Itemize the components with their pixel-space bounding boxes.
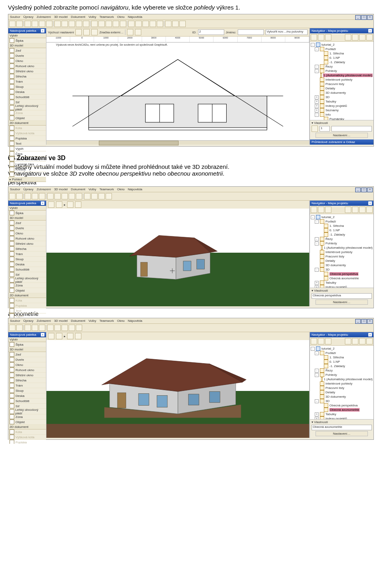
info-icon[interactable] <box>48 201 54 208</box>
toolbar-button[interactable] <box>128 21 135 27</box>
menu-item[interactable]: Nápověda <box>128 15 142 19</box>
toolbar-button[interactable] <box>54 21 61 27</box>
toolbar-button[interactable] <box>9 193 15 199</box>
menu-item[interactable]: Nápověda <box>128 188 142 191</box>
window-max[interactable]: □ <box>361 319 367 324</box>
info-icon[interactable] <box>56 201 62 208</box>
tree-item[interactable]: -1. Základy <box>311 60 373 64</box>
nav-button[interactable] <box>318 338 324 344</box>
tool-row[interactable]: Střešní okno <box>8 241 46 246</box>
nav-button[interactable] <box>311 338 317 344</box>
window-min[interactable]: _ <box>355 15 361 20</box>
tree-project-root[interactable]: -tutorial_2 <box>311 43 373 47</box>
toolbar-button[interactable] <box>39 21 45 27</box>
tree-item[interactable]: -Řezy <box>311 237 373 241</box>
tree-item[interactable]: +Indexy projektů <box>311 104 373 108</box>
create-combo[interactable]: Vytvořit nov…/nu poloviny <box>266 29 308 35</box>
menu-item[interactable]: Okno <box>117 188 125 191</box>
info-icon[interactable] <box>67 333 73 339</box>
nav-button[interactable] <box>352 338 358 344</box>
tool-row[interactable]: Střecha <box>8 74 46 79</box>
navigator-tree[interactable]: -tutorial_2-Podlaží1. Střecha0. 1.NP-1. … <box>310 214 373 288</box>
close-icon[interactable]: × <box>368 29 372 33</box>
tool-row[interactable]: Dveře <box>8 53 46 58</box>
close-icon[interactable]: × <box>41 333 44 337</box>
nav-button[interactable] <box>318 34 324 41</box>
tree-item[interactable]: Obecná axonometrie <box>311 276 373 280</box>
window-max[interactable]: □ <box>361 188 367 192</box>
tool-row[interactable]: Deska <box>8 89 46 95</box>
palette-group[interactable]: 3D model <box>8 216 46 220</box>
info-icon[interactable] <box>67 201 73 208</box>
tree-project-root[interactable]: -tutorial_2 <box>311 215 373 219</box>
tool-row[interactable]: Deska <box>8 262 46 267</box>
horizontal-scrollbar[interactable] <box>46 140 309 145</box>
tree-item[interactable]: Pracovní listy <box>311 82 373 86</box>
menu-item[interactable]: Volby <box>89 319 96 323</box>
tool-row[interactable]: Schodiště <box>8 267 46 272</box>
tool-row[interactable]: Kóta <box>8 126 46 131</box>
tool-row[interactable]: Sloup <box>8 84 46 89</box>
toolbar-button[interactable] <box>150 21 156 27</box>
nav-button[interactable] <box>311 34 317 41</box>
menu-item[interactable]: 3D model <box>54 15 67 19</box>
nav-button[interactable] <box>352 207 358 213</box>
tree-item[interactable]: -Pohledy <box>311 241 373 246</box>
toolbar-button[interactable] <box>91 193 98 199</box>
tool-row[interactable]: Schodiště <box>8 95 46 100</box>
tree-item[interactable]: -Info <box>311 112 373 117</box>
tool-row[interactable]: Lehký obvodový plášť <box>8 277 46 283</box>
toolbar-button[interactable] <box>62 21 68 27</box>
tree-item[interactable]: Detaily <box>311 390 373 395</box>
menu-item[interactable]: 3D model <box>54 319 67 323</box>
tree-item[interactable]: +Seznamy <box>311 108 373 112</box>
tree-item[interactable]: Interiérové pohledy <box>311 250 373 254</box>
close-icon[interactable]: × <box>368 201 372 205</box>
tool-row[interactable]: Čára <box>8 151 46 157</box>
tree-item[interactable]: -Podlaží <box>311 47 373 51</box>
info-icon[interactable] <box>91 29 98 35</box>
nav-button[interactable] <box>325 338 331 344</box>
tree-item[interactable]: 1 (Automaticky přestavovat model) <box>311 73 373 77</box>
tool-row[interactable]: Trám <box>8 251 46 257</box>
toolbar-button[interactable] <box>62 325 68 331</box>
tree-item[interactable]: 1. Střecha <box>311 51 373 56</box>
toolbar-button[interactable] <box>9 21 15 27</box>
toolbar-button[interactable] <box>25 193 31 199</box>
toolbar-button[interactable] <box>106 21 112 27</box>
prop-name[interactable] <box>331 126 372 132</box>
tree-item[interactable]: -Pohledy <box>311 373 373 377</box>
tool-row[interactable]: Rohové okno <box>8 236 46 241</box>
tool-row[interactable]: Okno <box>8 362 46 368</box>
info-icon[interactable] <box>127 29 133 35</box>
menu-item[interactable]: Soubor <box>10 188 20 191</box>
nav-button[interactable] <box>311 207 317 213</box>
toolbar-button[interactable] <box>54 193 61 199</box>
tree-item[interactable]: Interiérové pohledy <box>311 77 373 82</box>
palette-group[interactable]: 3D model <box>8 43 46 48</box>
tree-item[interactable]: 1 (Automaticky přestavovat model) <box>311 246 373 250</box>
menu-item[interactable]: Soubor <box>10 319 20 323</box>
tree-item[interactable]: 0. 1.NP <box>311 360 373 364</box>
menu-item[interactable]: Nápověda <box>128 319 142 323</box>
tool-row[interactable]: Šipka <box>8 342 46 347</box>
menu-item[interactable]: Volby <box>89 15 96 19</box>
tree-item[interactable]: Pracovní listy <box>311 254 373 259</box>
tool-row[interactable]: Rohové okno <box>8 64 46 69</box>
tool-row[interactable]: Kresba <box>8 167 46 172</box>
tool-row[interactable]: Trám <box>8 79 46 84</box>
tree-item[interactable]: Pracovní listy <box>311 386 373 390</box>
tool-row[interactable]: Dveře <box>8 357 46 362</box>
menu-item[interactable]: Dokument <box>71 319 85 323</box>
toolbar-button[interactable] <box>16 21 23 27</box>
palette-group[interactable]: Výběr <box>8 33 46 38</box>
toolbar-button[interactable] <box>142 21 149 27</box>
toolbar-button[interactable] <box>120 21 126 27</box>
tool-row[interactable]: Střecha <box>8 378 46 383</box>
tree-item[interactable]: 3D dokumenty <box>311 395 373 399</box>
tree-item[interactable]: -1. Základy <box>311 232 373 237</box>
window-close[interactable]: × <box>367 188 373 192</box>
menu-item[interactable]: Okno <box>117 319 125 323</box>
tree-item[interactable]: 1 (Automaticky přestavovat model) <box>311 377 373 381</box>
name-field[interactable] <box>238 29 264 35</box>
